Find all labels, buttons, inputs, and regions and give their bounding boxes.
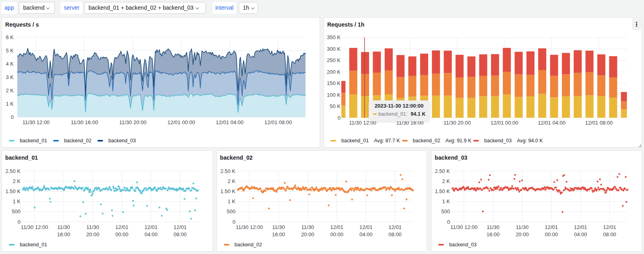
svg-text:500: 500 <box>227 208 235 214</box>
svg-text:16:00: 16:00 <box>57 231 70 237</box>
svg-text:350 K: 350 K <box>327 34 341 40</box>
svg-text:11/30: 11/30 <box>57 224 70 230</box>
svg-text:6 K: 6 K <box>6 34 14 40</box>
svg-text:1.50 K: 1.50 K <box>435 188 450 194</box>
svg-text:2 K: 2 K <box>227 178 235 184</box>
svg-text:12/01: 12/01 <box>330 224 343 230</box>
svg-text:1 K: 1 K <box>6 101 14 107</box>
svg-text:20:00: 20:00 <box>86 231 99 237</box>
svg-text:50 K: 50 K <box>330 103 341 109</box>
svg-text:04:00: 04:00 <box>144 231 158 237</box>
svg-text:12/01 04:00: 12/01 04:00 <box>216 119 244 125</box>
svg-text:0: 0 <box>11 114 14 120</box>
svg-text:11/30: 11/30 <box>301 224 314 230</box>
svg-text:00:00: 00:00 <box>116 231 129 237</box>
svg-text:16:00: 16:00 <box>272 231 285 237</box>
svg-text:2 K: 2 K <box>442 178 450 184</box>
svg-text:300 K: 300 K <box>327 46 341 52</box>
svg-text:00:00: 00:00 <box>330 231 343 237</box>
svg-text:3 K: 3 K <box>6 74 14 80</box>
svg-text:500: 500 <box>441 208 450 214</box>
svg-text:08:00: 08:00 <box>388 231 402 237</box>
svg-text:100 K: 100 K <box>327 92 341 98</box>
svg-text:12/01 08:00: 12/01 08:00 <box>264 119 292 125</box>
svg-text:2.50 K: 2.50 K <box>220 168 235 174</box>
svg-text:11/30: 11/30 <box>272 224 285 230</box>
svg-text:12/01: 12/01 <box>545 224 558 230</box>
svg-text:12/01 00:00: 12/01 00:00 <box>167 119 195 125</box>
svg-text:00:00: 00:00 <box>545 231 558 237</box>
svg-text:11/30 12:00: 11/30 12:00 <box>450 224 478 230</box>
svg-text:150 K: 150 K <box>327 80 341 86</box>
svg-text:2.50 K: 2.50 K <box>435 168 450 174</box>
svg-text:20:00: 20:00 <box>516 231 529 237</box>
svg-text:0: 0 <box>447 219 450 225</box>
svg-text:08:00: 08:00 <box>603 231 616 237</box>
svg-text:5 K: 5 K <box>6 48 14 54</box>
svg-text:08:00: 08:00 <box>173 231 187 237</box>
svg-text:1.50 K: 1.50 K <box>220 188 235 194</box>
svg-text:2 K: 2 K <box>12 178 21 184</box>
svg-text:1 K: 1 K <box>442 198 450 204</box>
svg-text:12/01 08:00: 12/01 08:00 <box>585 120 613 126</box>
svg-text:0: 0 <box>232 219 235 225</box>
svg-text:1 K: 1 K <box>12 198 21 204</box>
svg-text:20:00: 20:00 <box>301 231 314 237</box>
svg-text:4 K: 4 K <box>6 61 14 67</box>
svg-text:11/30 12:00: 11/30 12:00 <box>23 119 50 125</box>
svg-text:0: 0 <box>18 219 21 225</box>
svg-text:11/30 20:00: 11/30 20:00 <box>119 119 147 125</box>
svg-text:04:00: 04:00 <box>359 231 372 237</box>
svg-text:11/30: 11/30 <box>487 224 500 230</box>
svg-text:04:00: 04:00 <box>574 231 587 237</box>
svg-text:0: 0 <box>338 115 341 121</box>
svg-text:11/30 12:00: 11/30 12:00 <box>235 224 263 230</box>
svg-text:11/30 12:00: 11/30 12:00 <box>21 224 48 230</box>
svg-text:250 K: 250 K <box>327 57 341 63</box>
svg-text:11/30 16:00: 11/30 16:00 <box>71 119 98 125</box>
svg-text:12/01: 12/01 <box>173 224 187 230</box>
svg-text:12/01: 12/01 <box>574 224 587 230</box>
svg-text:500: 500 <box>12 208 21 214</box>
svg-text:12/01: 12/01 <box>603 224 616 230</box>
svg-text:12/01: 12/01 <box>388 224 402 230</box>
svg-text:1.50 K: 1.50 K <box>5 188 21 194</box>
svg-text:11/30: 11/30 <box>516 224 529 230</box>
svg-text:2 K: 2 K <box>6 87 14 94</box>
svg-text:11/30: 11/30 <box>87 224 99 230</box>
svg-text:12/01: 12/01 <box>116 224 129 230</box>
svg-text:200 K: 200 K <box>327 69 341 75</box>
svg-text:16:00: 16:00 <box>487 231 500 237</box>
svg-text:12/01 00:00: 12/01 00:00 <box>491 120 518 126</box>
svg-text:2.50 K: 2.50 K <box>5 168 21 174</box>
svg-text:1 K: 1 K <box>227 198 235 204</box>
svg-text:12/01 04:00: 12/01 04:00 <box>538 120 566 126</box>
svg-text:11/30 20:00: 11/30 20:00 <box>444 120 471 126</box>
svg-text:12/01: 12/01 <box>359 224 372 230</box>
svg-text:12/01: 12/01 <box>144 224 158 230</box>
